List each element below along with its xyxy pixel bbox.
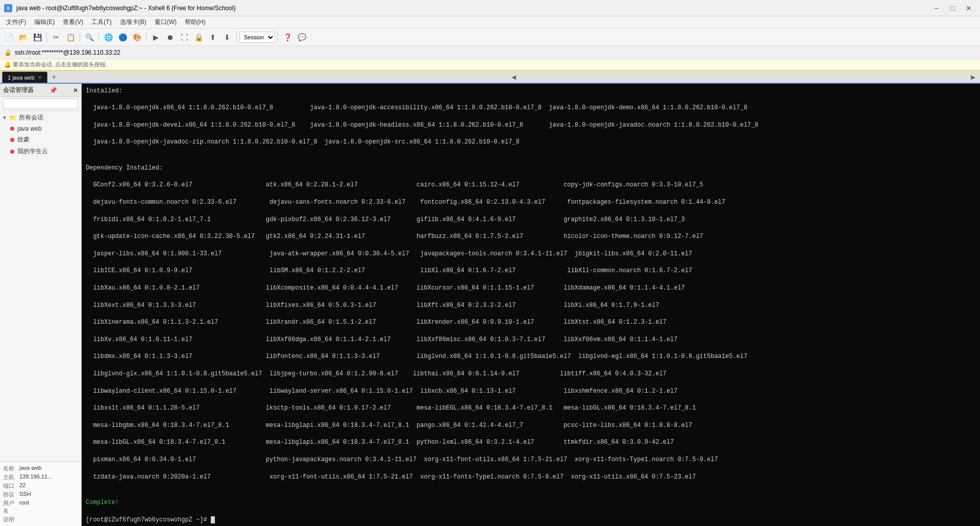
terminal-wrapper: Verifying : libtiff-4.0.3-32.el7.x86_64 … xyxy=(82,84,980,526)
sidebar-header: 会话管理器 📌 ✕ xyxy=(0,84,81,97)
connect-button[interactable]: 🌐 xyxy=(102,31,115,44)
sidebar-pin-icon[interactable]: 📌 xyxy=(50,87,57,94)
session-item-java-web[interactable]: java web xyxy=(0,124,81,134)
new-tab-button[interactable]: + xyxy=(48,71,60,83)
lock-icon: 🔒 xyxy=(4,49,12,56)
menu-help[interactable]: 帮助(H) xyxy=(181,17,210,28)
expand-icon: ▼ xyxy=(2,115,7,121)
save-button[interactable]: 💾 xyxy=(31,31,44,44)
session-label-student-cloud: 我的学生云 xyxy=(17,147,48,156)
session-status-dot xyxy=(10,138,14,142)
info-user-label: 用户名 xyxy=(3,499,17,515)
search-button[interactable]: 🔍 xyxy=(83,31,96,44)
record-button[interactable]: ⏺ xyxy=(163,31,177,44)
help-button[interactable]: ❓ xyxy=(281,31,294,44)
terminal-output[interactable]: Verifying : libtiff-4.0.3-32.el7.x86_64 … xyxy=(82,84,980,526)
info-host-label: 主机 xyxy=(3,473,17,481)
info-port-value: 22 xyxy=(19,482,26,490)
all-sessions-header[interactable]: ▼ 📁 所有会话 xyxy=(0,112,81,124)
lock-button[interactable]: 🔒 xyxy=(192,31,205,44)
sidebar-search-area xyxy=(0,97,81,111)
tab-nav-left[interactable]: ◀ xyxy=(508,71,519,83)
session-info-panel: 名称 java web 主机 139.196.11... 端口 22 协议 SS… xyxy=(0,462,81,526)
info-port-label: 端口 xyxy=(3,482,17,490)
info-protocol-row: 协议 SSH xyxy=(3,490,78,499)
toolbar: 📄 📂 💾 ✂ 📋 🔍 🌐 🔵 🎨 ▶ ⏺ ⛶ 🔒 ⬆ ⬇ Session ❓ … xyxy=(0,29,980,46)
group-folder-icon: 📁 xyxy=(9,114,17,122)
color-button[interactable]: 🎨 xyxy=(130,31,143,44)
window-controls[interactable]: − □ ✕ xyxy=(929,1,976,15)
info-port-row: 端口 22 xyxy=(3,482,78,490)
separator-4 xyxy=(146,32,146,42)
comment-button[interactable]: 💬 xyxy=(295,31,308,44)
info-host-row: 主机 139.196.11... xyxy=(3,473,78,482)
session-status-dot xyxy=(10,127,14,131)
window-title: java web - root@iZuf6fugh7wb6ycoswohgpZ:… xyxy=(16,5,235,12)
all-sessions-group[interactable]: ▼ 📁 所有会话 java web 纹豪 我的学生云 xyxy=(0,112,81,157)
tab-bar: 1 java web ✕ + ◀ ▶ xyxy=(0,70,980,84)
open-button[interactable]: 📂 xyxy=(16,31,30,44)
notification-bar: 🔔 要添加当前会话, 点击左侧的箭头按钮. xyxy=(0,59,980,70)
separator-1 xyxy=(46,32,47,42)
connect2-button[interactable]: 🔵 xyxy=(116,31,129,44)
session-manager-sidebar: 会话管理器 📌 ✕ ▼ 📁 所有会话 java web 纹豪 xyxy=(0,84,82,526)
tab-java-web[interactable]: 1 java web ✕ xyxy=(2,71,47,83)
session-label-java-web: java web xyxy=(17,125,41,132)
app-icon: X xyxy=(4,4,12,12)
session-item-student-cloud[interactable]: 我的学生云 xyxy=(0,146,81,157)
session-item-wenhao[interactable]: 纹豪 xyxy=(0,134,81,146)
menu-bar: 文件(F) 编辑(E) 查看(V) 工具(T) 选项卡(B) 窗口(W) 帮助(… xyxy=(0,16,980,29)
main-area: 会话管理器 📌 ✕ ▼ 📁 所有会话 java web 纹豪 xyxy=(0,84,980,526)
all-sessions-label: 所有会话 xyxy=(19,113,43,122)
copy-button[interactable]: 📋 xyxy=(64,31,77,44)
info-name-row: 名称 java web xyxy=(3,464,78,473)
tab-nav-right[interactable]: ▶ xyxy=(968,71,978,83)
info-protocol-value: SSH xyxy=(19,491,31,498)
expand-button[interactable]: ⛶ xyxy=(178,31,191,44)
session-label-wenhao: 纹豪 xyxy=(17,135,30,144)
info-name-value: java web xyxy=(19,465,41,472)
tab-label: 1 java web xyxy=(8,75,35,81)
menu-edit[interactable]: 编辑(E) xyxy=(30,17,59,28)
sidebar-title: 会话管理器 xyxy=(3,86,34,94)
session-tree: ▼ 📁 所有会话 java web 纹豪 我的学生云 xyxy=(0,111,81,462)
menu-tools[interactable]: 工具(T) xyxy=(87,17,115,28)
title-bar: X java web - root@iZuf6fugh7wb6ycoswohgp… xyxy=(0,0,980,16)
upload-button[interactable]: ⬆ xyxy=(206,31,219,44)
info-note-label: 说明 xyxy=(3,516,17,523)
new-session-button[interactable]: 📄 xyxy=(2,31,15,44)
sidebar-search-input[interactable] xyxy=(3,99,78,109)
menu-tabs[interactable]: 选项卡(B) xyxy=(116,17,151,28)
minimize-button[interactable]: − xyxy=(929,1,943,15)
titlebar-left: X java web - root@iZuf6fugh7wb6ycoswohgp… xyxy=(4,4,235,12)
info-note-row: 说明 xyxy=(3,515,78,524)
separator-5 xyxy=(236,32,237,42)
info-name-label: 名称 xyxy=(3,465,17,472)
info-protocol-label: 协议 xyxy=(3,491,17,498)
info-user-row: 用户名 root xyxy=(3,499,78,515)
menu-window[interactable]: 窗口(W) xyxy=(151,17,181,28)
download-button[interactable]: ⬇ xyxy=(220,31,234,44)
info-host-value: 139.196.11... xyxy=(19,473,52,481)
maximize-button[interactable]: □ xyxy=(945,1,960,15)
address-bar: 🔒 ssh://root:*********@139.196.110.33:22 xyxy=(0,46,980,59)
menu-view[interactable]: 查看(V) xyxy=(59,17,87,28)
notify-text: 🔔 要添加当前会话, 点击左侧的箭头按钮. xyxy=(4,61,107,68)
address-text: ssh://root:*********@139.196.110.33:22 xyxy=(15,49,120,56)
separator-6 xyxy=(278,32,278,42)
session-dropdown[interactable]: Session xyxy=(239,32,275,43)
close-button[interactable]: ✕ xyxy=(962,1,976,15)
sidebar-close-icon[interactable]: ✕ xyxy=(73,87,78,94)
cut-button[interactable]: ✂ xyxy=(50,31,63,44)
tab-close-icon[interactable]: ✕ xyxy=(38,75,42,80)
session-status-dot xyxy=(10,150,14,154)
menu-file[interactable]: 文件(F) xyxy=(2,17,30,28)
separator-3 xyxy=(99,32,99,42)
play-button[interactable]: ▶ xyxy=(149,31,162,44)
separator-2 xyxy=(80,32,80,42)
info-user-value: root xyxy=(19,499,29,515)
